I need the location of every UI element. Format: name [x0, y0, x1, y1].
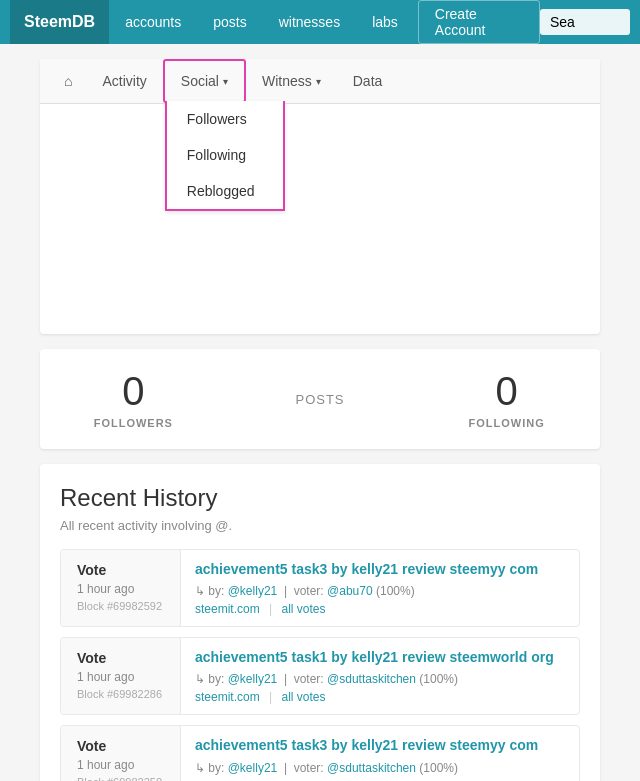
main-card: ⌂ Activity Social ▾ Followers Following … [40, 59, 600, 334]
tab-witness-label: Witness [262, 73, 312, 89]
navbar: SteemDB accounts posts witnesses labs Cr… [0, 0, 640, 44]
history-right-2: achievement5 task3 by kelly21 review ste… [181, 726, 579, 781]
tab-activity[interactable]: Activity [86, 61, 162, 101]
history-post-title-0[interactable]: achievement5 task3 by kelly21 review ste… [195, 560, 565, 578]
history-links-1: steemit.com | all votes [195, 690, 565, 704]
history-time-0: 1 hour ago [77, 582, 164, 596]
nav-posts[interactable]: posts [197, 0, 262, 44]
history-voter-1[interactable]: @sduttaskitchen [327, 672, 416, 686]
tab-social-label: Social [181, 73, 219, 89]
history-post-title-2[interactable]: achievement5 task3 by kelly21 review ste… [195, 736, 565, 754]
history-right-0: achievement5 task3 by kelly21 review ste… [181, 550, 579, 626]
tab-witness[interactable]: Witness ▾ [246, 61, 337, 101]
chevron-down-icon-witness: ▾ [316, 76, 321, 87]
dropdown-followers[interactable]: Followers [167, 101, 283, 137]
list-item: Vote 1 hour ago Block #69982250 achievem… [60, 725, 580, 781]
history-by-0[interactable]: @kelly21 [228, 584, 278, 598]
posts-label: POSTS [227, 392, 414, 407]
history-voter-2[interactable]: @sduttaskitchen [327, 761, 416, 775]
all-votes-link-0[interactable]: all votes [282, 602, 326, 616]
history-subtitle: All recent activity involving @. [60, 518, 580, 533]
social-dropdown-menu: Followers Following Reblogged [165, 101, 285, 211]
history-meta-2: ↳ by: @kelly21 | voter: @sduttaskitchen … [195, 761, 565, 775]
tab-data[interactable]: Data [337, 61, 399, 101]
following-count: 0 [413, 369, 600, 413]
history-right-1: achievement5 task1 by kelly21 review ste… [181, 638, 579, 714]
history-percent-2: 100% [423, 761, 454, 775]
stats-section: 0 FOLLOWERS POSTS 0 FOLLOWING [40, 349, 600, 449]
history-percent-0: 100% [380, 584, 411, 598]
history-type-2: Vote [77, 738, 164, 754]
history-left-1: Vote 1 hour ago Block #69982286 [61, 638, 181, 714]
history-by-1[interactable]: @kelly21 [228, 672, 278, 686]
navbar-brand[interactable]: SteemDB [10, 0, 109, 44]
history-block-1: Block #69982286 [77, 688, 164, 700]
history-time-2: 1 hour ago [77, 758, 164, 772]
history-time-1: 1 hour ago [77, 670, 164, 684]
history-percent-1: 100% [423, 672, 454, 686]
history-by-2[interactable]: @kelly21 [228, 761, 278, 775]
social-dropdown-container: Social ▾ Followers Following Reblogged [163, 59, 246, 103]
history-title: Recent History [60, 484, 580, 512]
nav-labs[interactable]: labs [356, 0, 414, 44]
stats-row: 0 FOLLOWERS POSTS 0 FOLLOWING [40, 369, 600, 429]
history-links-0: steemit.com | all votes [195, 602, 565, 616]
tab-social[interactable]: Social ▾ [165, 61, 244, 101]
nav-accounts[interactable]: accounts [109, 0, 197, 44]
create-account-button[interactable]: Create Account [418, 0, 540, 44]
dropdown-following[interactable]: Following [167, 137, 283, 173]
chevron-down-icon: ▾ [223, 76, 228, 87]
history-type-1: Vote [77, 650, 164, 666]
tab-home[interactable]: ⌂ [50, 61, 86, 101]
followers-count: 0 [40, 369, 227, 413]
tab-bar: ⌂ Activity Social ▾ Followers Following … [40, 59, 600, 104]
history-type-0: Vote [77, 562, 164, 578]
dropdown-reblogged[interactable]: Reblogged [167, 173, 283, 209]
list-item: Vote 1 hour ago Block #69982286 achievem… [60, 637, 580, 715]
history-left-2: Vote 1 hour ago Block #69982250 [61, 726, 181, 781]
history-post-title-1[interactable]: achievement5 task1 by kelly21 review ste… [195, 648, 565, 666]
history-meta-1: ↳ by: @kelly21 | voter: @sduttaskitchen … [195, 672, 565, 686]
following-stat: 0 FOLLOWING [413, 369, 600, 429]
following-label: FOLLOWING [413, 417, 600, 429]
history-block-2: Block #69982250 [77, 776, 164, 781]
tab-content-area [40, 104, 600, 334]
history-section: Recent History All recent activity invol… [40, 464, 600, 781]
history-meta-0: ↳ by: @kelly21 | voter: @abu70 (100%) [195, 584, 565, 598]
steemit-link-0[interactable]: steemit.com [195, 602, 260, 616]
history-block-0: Block #69982592 [77, 600, 164, 612]
followers-stat: 0 FOLLOWERS [40, 369, 227, 429]
steemit-link-1[interactable]: steemit.com [195, 690, 260, 704]
history-voter-0[interactable]: @abu70 [327, 584, 373, 598]
followers-label: FOLLOWERS [40, 417, 227, 429]
search-input[interactable] [540, 9, 630, 35]
posts-center: POSTS [227, 392, 414, 407]
nav-witnesses[interactable]: witnesses [263, 0, 356, 44]
all-votes-link-1[interactable]: all votes [282, 690, 326, 704]
history-left-0: Vote 1 hour ago Block #69982592 [61, 550, 181, 626]
list-item: Vote 1 hour ago Block #69982592 achievem… [60, 549, 580, 627]
